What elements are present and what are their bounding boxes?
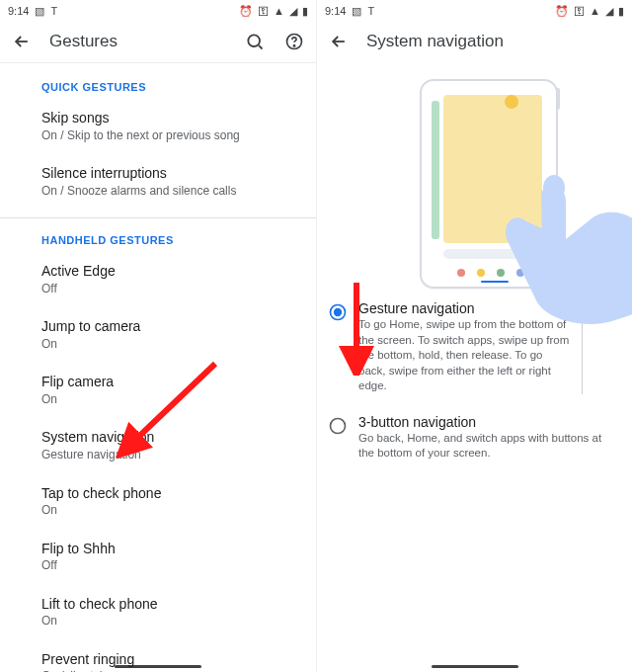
item-jump-to-camera[interactable]: Jump to camera On [0, 307, 316, 363]
radio-checked-icon [328, 302, 348, 322]
gesture-nav-handle[interactable] [115, 665, 201, 668]
signal-icon: ◢ [605, 6, 613, 17]
battery-icon: ▮ [302, 6, 308, 17]
item-system-navigation[interactable]: System navigation Gesture navigation [0, 418, 316, 473]
status-time: 9:14 [325, 5, 346, 17]
section-header-quick: QUICK GESTURES [0, 65, 316, 99]
help-icon [284, 32, 304, 51]
app-bar: System navigation [317, 20, 632, 63]
status-bar: 9:14 ▧ T ⏰ ⚿ ▲ ◢ ▮ [317, 0, 632, 20]
arrow-left-icon [329, 32, 349, 51]
page-title: System navigation [366, 32, 504, 51]
radio-selected[interactable] [327, 302, 349, 322]
hand-illustration [497, 162, 632, 330]
key-icon: ⚿ [574, 6, 585, 17]
gestures-screen: 9:14 ▧ T ⏰ ⚿ ▲ ◢ ▮ Gestures [0, 0, 316, 672]
item-tap-to-check[interactable]: Tap to check phone On [0, 474, 316, 530]
illustration [317, 63, 632, 291]
back-button[interactable] [327, 30, 351, 53]
back-button[interactable] [10, 30, 34, 53]
wifi-icon: ▲ [274, 6, 284, 17]
status-bar: 9:14 ▧ T ⏰ ⚿ ▲ ◢ ▮ [0, 0, 316, 20]
help-button[interactable] [282, 30, 306, 53]
radio-unselected[interactable] [327, 416, 349, 436]
arrow-left-icon [12, 32, 32, 51]
item-active-edge[interactable]: Active Edge Off [0, 252, 316, 307]
system-navigation-screen: 9:14 ▧ T ⏰ ⚿ ▲ ◢ ▮ System navigation [316, 0, 632, 672]
image-icon: ▧ [35, 6, 44, 17]
svg-point-0 [248, 35, 260, 46]
signal-icon: ◢ [289, 6, 297, 17]
image-icon: ▧ [352, 6, 361, 17]
tesla-icon: T [50, 6, 57, 17]
alarm-icon: ⏰ [555, 6, 569, 17]
alarm-icon: ⏰ [239, 6, 253, 17]
item-flip-camera[interactable]: Flip camera On [0, 363, 316, 418]
settings-list[interactable]: QUICK GESTURES Skip songs On / Skip to t… [0, 63, 316, 672]
option-3-button-navigation[interactable]: 3-button navigation Go back, Home, and s… [317, 404, 632, 471]
option-description: Go back, Home, and switch apps with butt… [358, 431, 618, 462]
wifi-icon: ▲ [590, 6, 600, 17]
option-title: 3-button navigation [358, 414, 618, 430]
key-icon: ⚿ [258, 6, 269, 17]
gesture-nav-handle[interactable] [432, 665, 518, 668]
battery-icon: ▮ [618, 6, 624, 17]
radio-unchecked-icon [328, 416, 348, 436]
status-time: 9:14 [8, 5, 29, 17]
svg-point-2 [293, 44, 294, 45]
section-header-handheld: HANDHELD GESTURES [0, 218, 316, 252]
search-button[interactable] [243, 30, 267, 53]
app-bar: Gestures [0, 20, 316, 63]
item-silence-interruptions[interactable]: Silence interruptions On / Snooze alarms… [0, 154, 316, 210]
tesla-icon: T [367, 6, 374, 17]
page-title: Gestures [49, 32, 118, 51]
item-flip-to-shhh[interactable]: Flip to Shhh Off [0, 530, 316, 585]
svg-point-7 [331, 418, 346, 433]
search-icon [245, 32, 265, 51]
svg-point-3 [543, 175, 565, 201]
svg-point-5 [334, 308, 342, 316]
item-skip-songs[interactable]: Skip songs On / Skip to the next or prev… [0, 99, 316, 154]
item-lift-to-check[interactable]: Lift to check phone On [0, 585, 316, 640]
